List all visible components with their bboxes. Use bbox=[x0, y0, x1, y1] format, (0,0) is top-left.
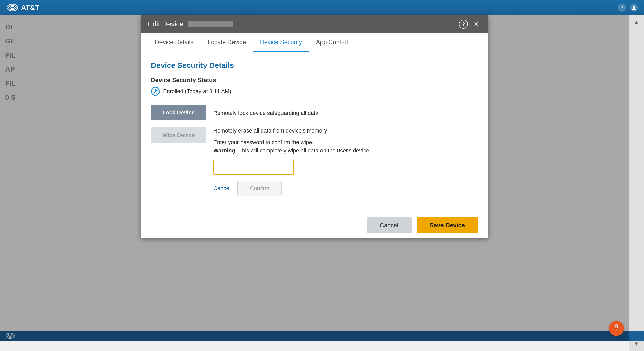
modal-title-device-name bbox=[188, 21, 233, 27]
right-scrollbar[interactable]: ▲ ▼ bbox=[629, 15, 644, 351]
modal-title-text: Edit Device: bbox=[148, 20, 185, 28]
wipe-warning-label: Warning: bbox=[213, 147, 237, 154]
tab-device-details[interactable]: Device Details bbox=[148, 33, 200, 52]
wipe-description: Remotely erase all data from device's me… bbox=[213, 127, 369, 134]
password-input[interactable] bbox=[213, 160, 294, 175]
enrolled-icon bbox=[151, 87, 160, 96]
wipe-device-row: Wipe Device Remotely erase all data from… bbox=[151, 127, 478, 196]
tab-locate-device[interactable]: Locate Device bbox=[200, 33, 253, 52]
footer-cancel-button[interactable]: Cancel bbox=[367, 217, 412, 233]
att-logo: AT&T bbox=[6, 3, 39, 13]
status-label: Device Security Status bbox=[151, 77, 478, 84]
lock-device-description: Remotely lock device safeguarding all da… bbox=[213, 105, 318, 116]
status-section: Device Security Status Enrolled (Today a… bbox=[151, 77, 478, 96]
wipe-warning-intro: Enter your password to confirm the wipe. bbox=[213, 139, 314, 145]
modal-close-button[interactable]: ✕ bbox=[472, 20, 481, 29]
footer-save-button[interactable]: Save Device bbox=[417, 217, 478, 233]
modal-body: Device Security Details Device Security … bbox=[141, 52, 488, 212]
att-logo-icon bbox=[6, 3, 19, 13]
modal-overlay: Edit Device: ? ✕ Device Details Locate D… bbox=[0, 15, 629, 341]
scroll-up-arrow[interactable]: ▲ bbox=[631, 17, 641, 27]
user-icon[interactable] bbox=[630, 4, 638, 12]
chat-support-icon[interactable] bbox=[609, 321, 624, 336]
status-row: Enrolled (Today at 8:11 AM) bbox=[151, 87, 478, 96]
wipe-confirm-button[interactable]: Confirm bbox=[237, 181, 281, 196]
wipe-cancel-button[interactable]: Cancel bbox=[213, 185, 230, 192]
lock-device-row: Lock Device Remotely lock device safegua… bbox=[151, 105, 478, 120]
modal-dialog: Edit Device: ? ✕ Device Details Locate D… bbox=[141, 15, 488, 238]
chat-icon-svg bbox=[612, 324, 621, 333]
svg-point-2 bbox=[10, 6, 15, 8]
svg-point-12 bbox=[616, 326, 617, 327]
topbar: AT&T ? bbox=[0, 0, 644, 15]
modal-help-button[interactable]: ? bbox=[459, 20, 468, 29]
wipe-section: Remotely erase all data from device's me… bbox=[213, 127, 369, 196]
modal-title: Edit Device: bbox=[148, 20, 233, 28]
lock-device-button[interactable]: Lock Device bbox=[151, 105, 206, 120]
tab-device-security[interactable]: Device Security bbox=[253, 33, 309, 52]
modal-header-actions: ? ✕ bbox=[459, 20, 481, 29]
topbar-icons: ? bbox=[618, 4, 638, 12]
section-title: Device Security Details bbox=[151, 61, 478, 70]
tab-app-control[interactable]: App Control bbox=[309, 33, 355, 52]
status-text: Enrolled (Today at 8:11 AM) bbox=[163, 88, 231, 95]
wipe-device-button[interactable]: Wipe Device bbox=[151, 127, 206, 143]
att-brand-text: AT&T bbox=[21, 4, 39, 12]
svg-point-3 bbox=[633, 6, 635, 8]
wipe-actions: Cancel Confirm bbox=[213, 181, 369, 196]
modal-header: Edit Device: ? ✕ bbox=[141, 15, 488, 33]
wipe-warning: Enter your password to confirm the wipe.… bbox=[213, 138, 369, 155]
modal-tabs: Device Details Locate Device Device Secu… bbox=[141, 33, 488, 52]
wipe-warning-detail: This will completely wipe all data on th… bbox=[237, 147, 369, 154]
help-icon[interactable]: ? bbox=[618, 4, 626, 12]
modal-footer: Cancel Save Device bbox=[141, 212, 488, 238]
